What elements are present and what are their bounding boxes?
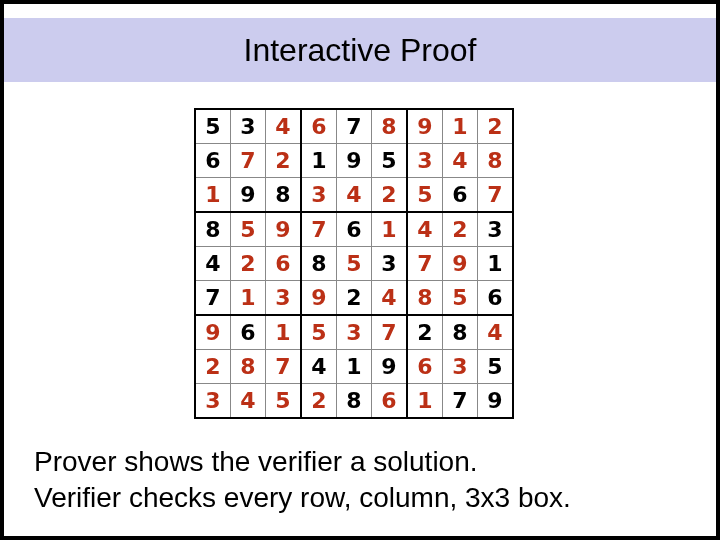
sudoku-cell: 1 (337, 350, 372, 384)
sudoku-cell: 7 (195, 281, 231, 316)
sudoku-table: 5346789126721953481983425678597614234268… (194, 108, 514, 419)
sudoku-cell: 4 (231, 384, 266, 419)
sudoku-cell: 3 (231, 109, 266, 144)
sudoku-cell: 4 (407, 212, 443, 247)
sudoku-row: 426853791 (195, 247, 513, 281)
sudoku-cell: 1 (266, 315, 302, 350)
sudoku-cell: 4 (478, 315, 514, 350)
sudoku-cell: 1 (478, 247, 514, 281)
sudoku-cell: 6 (231, 315, 266, 350)
sudoku-cell: 5 (478, 350, 514, 384)
sudoku-cell: 5 (231, 212, 266, 247)
sudoku-cell: 2 (231, 247, 266, 281)
sudoku-cell: 6 (372, 384, 408, 419)
sudoku-cell: 5 (301, 315, 337, 350)
sudoku-cell: 5 (266, 384, 302, 419)
sudoku-cell: 1 (407, 384, 443, 419)
sudoku-row: 534678912 (195, 109, 513, 144)
sudoku-cell: 9 (231, 178, 266, 213)
sudoku-cell: 3 (443, 350, 478, 384)
sudoku-cell: 9 (407, 109, 443, 144)
sudoku-cell: 5 (195, 109, 231, 144)
sudoku-cell: 8 (407, 281, 443, 316)
sudoku-cell: 5 (443, 281, 478, 316)
sudoku-grid: 5346789126721953481983425678597614234268… (194, 108, 514, 419)
sudoku-cell: 7 (478, 178, 514, 213)
sudoku-cell: 6 (478, 281, 514, 316)
sudoku-cell: 8 (301, 247, 337, 281)
sudoku-cell: 4 (337, 178, 372, 213)
sudoku-cell: 7 (337, 109, 372, 144)
sudoku-cell: 2 (266, 144, 302, 178)
sudoku-cell: 8 (337, 384, 372, 419)
sudoku-cell: 9 (372, 350, 408, 384)
sudoku-cell: 2 (337, 281, 372, 316)
sudoku-cell: 6 (337, 212, 372, 247)
sudoku-cell: 6 (443, 178, 478, 213)
sudoku-cell: 3 (195, 384, 231, 419)
sudoku-row: 287419635 (195, 350, 513, 384)
sudoku-cell: 5 (407, 178, 443, 213)
sudoku-cell: 2 (443, 212, 478, 247)
sudoku-cell: 3 (301, 178, 337, 213)
sudoku-cell: 7 (407, 247, 443, 281)
sudoku-cell: 7 (443, 384, 478, 419)
caption: Prover shows the verifier a solution. Ve… (34, 444, 571, 517)
sudoku-cell: 4 (266, 109, 302, 144)
sudoku-cell: 2 (301, 384, 337, 419)
sudoku-cell: 4 (372, 281, 408, 316)
sudoku-cell: 8 (231, 350, 266, 384)
sudoku-row: 672195348 (195, 144, 513, 178)
sudoku-cell: 5 (337, 247, 372, 281)
sudoku-cell: 1 (195, 178, 231, 213)
title-bar: Interactive Proof (4, 18, 716, 82)
sudoku-cell: 8 (195, 212, 231, 247)
sudoku-cell: 9 (478, 384, 514, 419)
slide: Interactive Proof 5346789126721953481983… (0, 0, 720, 540)
sudoku-row: 961537284 (195, 315, 513, 350)
sudoku-cell: 8 (266, 178, 302, 213)
sudoku-cell: 1 (372, 212, 408, 247)
sudoku-cell: 8 (443, 315, 478, 350)
sudoku-cell: 7 (301, 212, 337, 247)
sudoku-cell: 9 (195, 315, 231, 350)
sudoku-row: 345286179 (195, 384, 513, 419)
sudoku-cell: 2 (195, 350, 231, 384)
sudoku-cell: 5 (372, 144, 408, 178)
caption-line-2: Verifier checks every row, column, 3x3 b… (34, 480, 571, 516)
sudoku-cell: 3 (407, 144, 443, 178)
sudoku-cell: 8 (478, 144, 514, 178)
slide-title: Interactive Proof (244, 32, 477, 69)
sudoku-cell: 3 (266, 281, 302, 316)
sudoku-cell: 8 (372, 109, 408, 144)
sudoku-cell: 9 (337, 144, 372, 178)
sudoku-cell: 9 (443, 247, 478, 281)
sudoku-cell: 6 (266, 247, 302, 281)
sudoku-cell: 4 (443, 144, 478, 178)
sudoku-cell: 7 (231, 144, 266, 178)
sudoku-cell: 2 (478, 109, 514, 144)
sudoku-cell: 6 (407, 350, 443, 384)
sudoku-cell: 4 (301, 350, 337, 384)
sudoku-cell: 4 (195, 247, 231, 281)
sudoku-row: 713924856 (195, 281, 513, 316)
sudoku-cell: 7 (372, 315, 408, 350)
sudoku-cell: 9 (301, 281, 337, 316)
sudoku-cell: 2 (407, 315, 443, 350)
sudoku-cell: 7 (266, 350, 302, 384)
sudoku-cell: 1 (301, 144, 337, 178)
sudoku-cell: 6 (195, 144, 231, 178)
sudoku-cell: 3 (478, 212, 514, 247)
sudoku-cell: 1 (443, 109, 478, 144)
sudoku-cell: 3 (372, 247, 408, 281)
caption-line-1: Prover shows the verifier a solution. (34, 444, 571, 480)
sudoku-cell: 2 (372, 178, 408, 213)
sudoku-cell: 1 (231, 281, 266, 316)
sudoku-cell: 3 (337, 315, 372, 350)
sudoku-row: 198342567 (195, 178, 513, 213)
sudoku-cell: 6 (301, 109, 337, 144)
sudoku-row: 859761423 (195, 212, 513, 247)
sudoku-cell: 9 (266, 212, 302, 247)
